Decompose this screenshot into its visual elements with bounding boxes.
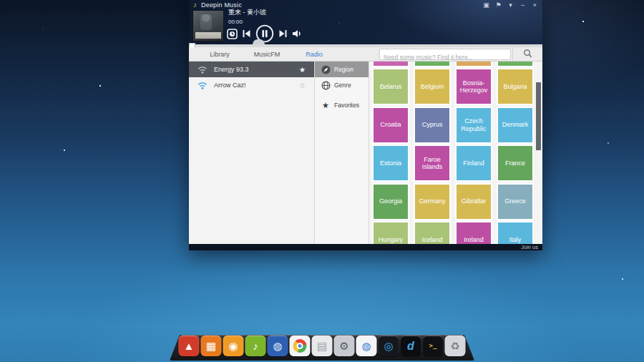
terminal-icon[interactable]: >_	[423, 336, 444, 356]
region-tile-georgia[interactable]: Georgia	[374, 185, 408, 219]
region-tile-gibraltar[interactable]: Gibraltar	[457, 185, 491, 219]
dock-icons: ▲ ▦ ◉ ♪ ◍ ▤ ⚙ ◍ ◎ d >_ ♻	[179, 336, 466, 356]
region-tile-partial[interactable]	[415, 62, 449, 66]
radio-signal-icon	[197, 82, 208, 89]
search-icon	[523, 48, 532, 61]
compass-icon	[321, 65, 331, 74]
chrome-icon[interactable]	[290, 336, 311, 356]
folder-glyph: ▤	[317, 341, 327, 351]
region-tile-finland[interactable]: Finland	[457, 146, 491, 180]
tabs: Library MusicFM Radio	[196, 47, 338, 62]
menu-icon[interactable]: ▾	[507, 1, 514, 9]
recycle-glyph: ♻	[450, 341, 459, 351]
nav-item-genre[interactable]: Genre	[315, 77, 369, 93]
region-tile-cyprus[interactable]: Cyprus	[415, 108, 449, 142]
documents-icon[interactable]: ▤	[312, 336, 333, 356]
settings-icon[interactable]: ⚙	[334, 336, 355, 356]
song-title: 重来 - 黄小琥	[228, 8, 266, 17]
favorite-star-icon[interactable]: ★	[299, 66, 306, 74]
region-tile-partial[interactable]	[498, 62, 532, 66]
dock: ▲ ▦ ◉ ♪ ◍ ▤ ⚙ ◍ ◎ d >_ ♻	[170, 335, 474, 361]
region-tile-germany[interactable]: Germany	[415, 185, 449, 219]
region-tile-bulgaria[interactable]: Bulgaria	[498, 69, 532, 104]
nav-label: Region	[334, 66, 353, 73]
region-tile-hungary[interactable]: Hungary	[374, 222, 408, 244]
grid-scrollbar[interactable]	[536, 82, 541, 150]
launcher-icon[interactable]: ▲	[179, 336, 200, 356]
rocket-glyph: ▲	[184, 341, 195, 351]
region-tile-czech[interactable]: Czech Republic	[457, 108, 491, 142]
nav-label: Favorites	[334, 102, 359, 109]
globe-icon	[321, 81, 331, 90]
region-tile-italy[interactable]: Italy	[498, 222, 532, 244]
tab-library[interactable]: Library	[196, 47, 243, 62]
star-icon: ★	[321, 102, 331, 109]
radio-signal-icon	[197, 66, 208, 74]
media-player-icon[interactable]: ◍	[268, 336, 288, 356]
tab-bar: Library MusicFM Radio	[189, 47, 542, 62]
tab-radio[interactable]: Radio	[291, 47, 338, 62]
browser-icon[interactable]: ◍	[356, 336, 377, 356]
blue-globe-glyph: ◍	[361, 341, 371, 351]
deepin-music-window: ♪ Deepin Music ▣ ⚑ ▾ – × 重来 - 黄小琥 00:00	[189, 0, 542, 250]
d-glyph: d	[407, 341, 414, 352]
play-queue-icon[interactable]	[227, 29, 238, 39]
region-tile-iceland[interactable]: Iceland	[415, 222, 449, 244]
nav-item-region[interactable]: Region	[315, 62, 369, 77]
chrome-logo	[293, 339, 307, 353]
dmusic-icon[interactable]: d	[401, 336, 421, 356]
favorite-star-icon[interactable]: ☆	[299, 82, 306, 89]
station-row-arrowcaz[interactable]: Arrow Caz! ☆	[189, 77, 314, 93]
tab-musicfm[interactable]: MusicFM	[243, 47, 291, 62]
lens-glyph: ◎	[384, 341, 393, 351]
theme-icon[interactable]: ▣	[482, 1, 490, 9]
region-tile-greece[interactable]: Greece	[498, 185, 532, 219]
content-area: Energy 93.3 ★ Arrow Caz! ☆ Regio	[189, 62, 542, 244]
swirl-glyph: ◉	[228, 341, 238, 351]
music-icon[interactable]: ♪	[245, 336, 266, 356]
region-grid: Belarus Belgium Bosnia-Herzegov Bulgaria…	[369, 62, 542, 244]
region-tile-croatia[interactable]: Croatia	[374, 108, 408, 142]
region-tile-faroe[interactable]: Faroe Islands	[415, 146, 449, 180]
lyric-icon[interactable]: ⚑	[494, 1, 502, 9]
station-list: Energy 93.3 ★ Arrow Caz! ☆	[189, 62, 315, 244]
region-tile-partial[interactable]	[374, 62, 408, 66]
window-controls: ▣ ⚑ ▾ – ×	[482, 1, 539, 9]
note-glyph: ♪	[253, 341, 258, 351]
next-button-icon[interactable]	[279, 29, 287, 38]
minimize-icon[interactable]: –	[519, 1, 527, 9]
region-tile-belgium[interactable]: Belgium	[415, 69, 449, 104]
nav-item-favorites[interactable]: ★ Favorites	[315, 97, 369, 113]
desktop: ♪ Deepin Music ▣ ⚑ ▾ – × 重来 - 黄小琥 00:00	[0, 0, 644, 362]
station-name: Arrow Caz!	[214, 82, 246, 89]
region-tile-partial[interactable]	[457, 62, 491, 66]
radio-nav: Region Genre ★ Favorites	[315, 62, 369, 244]
screenshot-icon[interactable]: ◎	[379, 336, 399, 356]
join-us-link[interactable]: Join us	[521, 245, 538, 250]
region-tile-ireland[interactable]: Ireland	[457, 222, 491, 244]
player-collapse-handle[interactable]	[253, 39, 265, 44]
station-name: Energy 93.3	[214, 66, 249, 73]
window-footer: Join us	[189, 244, 542, 250]
volume-icon[interactable]	[292, 29, 303, 38]
search-button[interactable]	[512, 47, 542, 62]
gear-glyph: ⚙	[339, 341, 348, 351]
playback-controls	[227, 24, 303, 43]
region-tile-bosnia[interactable]: Bosnia-Herzegov	[457, 69, 491, 104]
region-tile-belarus[interactable]: Belarus	[374, 69, 408, 104]
region-tiles: Belarus Belgium Bosnia-Herzegov Bulgaria…	[374, 69, 532, 244]
app-store-icon[interactable]: ◉	[223, 336, 244, 356]
region-tile-france[interactable]: France	[498, 146, 532, 180]
close-icon[interactable]: ×	[531, 1, 539, 9]
globe-glyph: ◍	[273, 341, 282, 351]
prompt-glyph: >_	[429, 343, 437, 349]
previous-button-icon[interactable]	[243, 29, 250, 38]
trash-icon[interactable]: ♻	[445, 336, 466, 356]
player-header: ♪ Deepin Music ▣ ⚑ ▾ – × 重来 - 黄小琥 00:00	[189, 0, 542, 44]
file-manager-icon[interactable]: ▦	[201, 336, 222, 356]
album-art	[192, 10, 224, 41]
station-row-energy[interactable]: Energy 93.3 ★	[189, 62, 314, 77]
search-input[interactable]	[380, 52, 510, 62]
region-tile-estonia[interactable]: Estonia	[374, 146, 408, 180]
region-tile-denmark[interactable]: Denmark	[498, 108, 532, 142]
